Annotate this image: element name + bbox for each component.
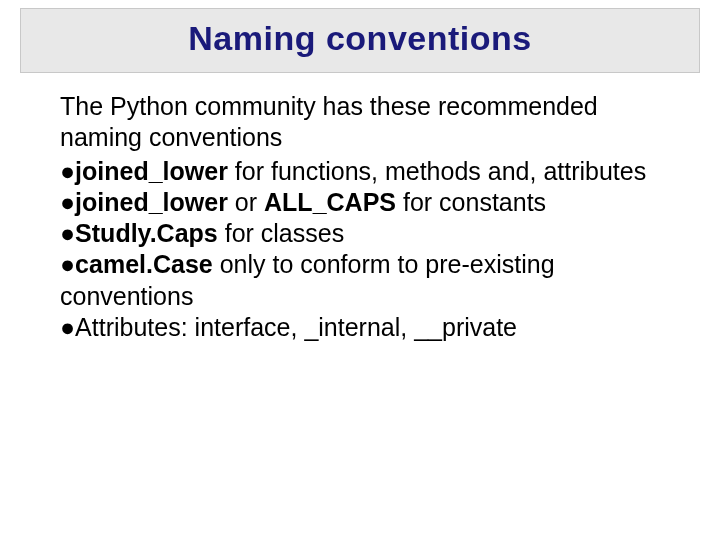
bullet-item: ●joined_lower for functions, methods and…: [60, 156, 680, 187]
bullet-icon: ●: [60, 250, 75, 278]
item-text: for functions, methods and, attributes: [228, 157, 646, 185]
item-text: for constants: [396, 188, 546, 216]
bullet-icon: ●: [60, 219, 75, 247]
intro-text: The Python community has these recommend…: [60, 91, 680, 154]
title-bar: Naming conventions: [20, 8, 700, 73]
item-text: or: [228, 188, 264, 216]
slide-content: The Python community has these recommend…: [60, 91, 680, 343]
bullet-icon: ●: [60, 157, 75, 185]
item-bold: Studly.Caps: [75, 219, 218, 247]
item-bold: camel.Case: [75, 250, 213, 278]
item-bold: joined_lower: [75, 157, 228, 185]
bullet-item: ●joined_lower or ALL_CAPS for constants: [60, 187, 680, 218]
bullet-item: ●camel.Case only to conform to pre-exist…: [60, 249, 680, 312]
bullet-icon: ●: [60, 188, 75, 216]
bullet-item: ●Attributes: interface, _internal, __pri…: [60, 312, 680, 343]
slide-title: Naming conventions: [21, 19, 699, 58]
bullet-item: ●Studly.Caps for classes: [60, 218, 680, 249]
item-text: for classes: [218, 219, 344, 247]
slide: Naming conventions The Python community …: [0, 8, 720, 540]
item-text: Attributes: interface, _internal, __priv…: [75, 313, 517, 341]
bullet-icon: ●: [60, 313, 75, 341]
item-bold: joined_lower: [75, 188, 228, 216]
item-bold: ALL_CAPS: [264, 188, 396, 216]
